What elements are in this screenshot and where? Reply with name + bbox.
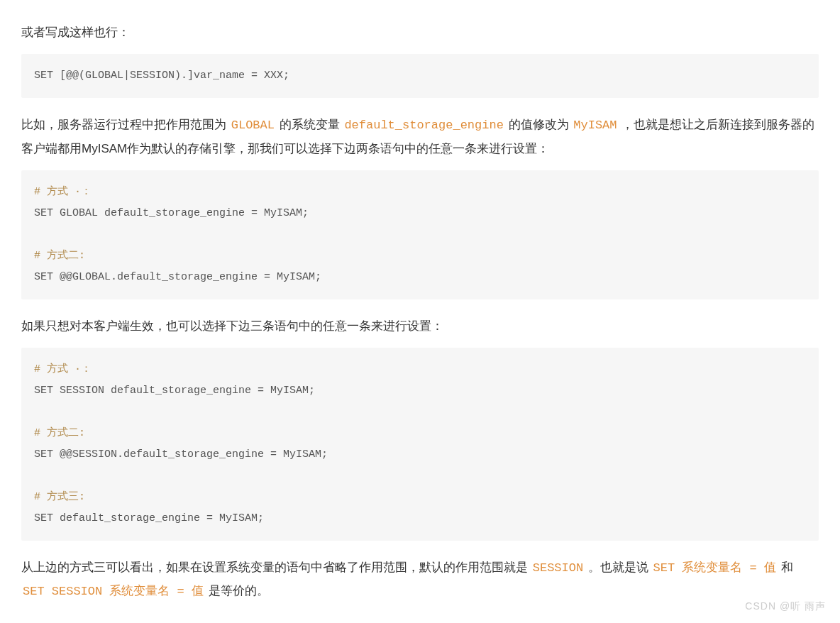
paragraph-global-explain: 比如，服务器运行过程中把作用范围为 GLOBAL 的系统变量 default_s… — [21, 114, 819, 160]
code-line: SET SESSION default_storage_engine = MyI… — [34, 385, 315, 397]
code-comment: # 方式三: — [34, 491, 85, 503]
inline-code-global: GLOBAL — [230, 118, 276, 132]
code-line: SET @@SESSION.default_storage_engine = M… — [34, 448, 328, 461]
code-block-session: # 方式 ·： SET SESSION default_storage_engi… — [21, 348, 819, 541]
text: 比如，服务器运行过程中把作用范围为 — [21, 118, 230, 131]
code-comment: # 方式二: — [34, 250, 85, 262]
code-comment: # 方式 ·： — [34, 186, 92, 198]
text: 的值修改为 — [505, 118, 572, 131]
inline-code-set2: SET SESSION 系统变量名 = 值 — [21, 585, 205, 598]
code-line: SET @@GLOBAL.default_storage_engine = My… — [34, 271, 321, 283]
code-block-global: # 方式 ·： SET GLOBAL default_storage_engin… — [21, 170, 819, 299]
paragraph-intro: 或者写成这样也行： — [21, 21, 819, 44]
code-comment: # 方式 ·： — [34, 363, 92, 375]
text: 的系统变量 — [276, 118, 343, 131]
inline-code-session: SESSION — [531, 561, 585, 575]
text: 是等价的。 — [205, 584, 269, 597]
code-block-syntax: SET [@@(GLOBAL|SESSION).]var_name = XXX; — [21, 54, 819, 98]
code-line: SET [@@(GLOBAL|SESSION).]var_name = XXX; — [34, 70, 289, 82]
code-comment: # 方式二: — [34, 427, 85, 439]
paragraph-conclusion: 从上边的方式三可以看出，如果在设置系统变量的语句中省略了作用范围，默认的作用范围… — [21, 556, 819, 604]
inline-code-set1: SET 系统变量名 = 值 — [652, 561, 778, 575]
inline-code-varname: default_storage_engine — [343, 118, 504, 132]
code-line: SET GLOBAL default_storage_engine = MyIS… — [34, 207, 309, 219]
paragraph-session-intro: 如果只想对本客户端生效，也可以选择下边三条语句中的任意一条来进行设置： — [21, 315, 819, 338]
text: 和 — [778, 561, 793, 574]
code-line: SET default_storage_engine = MyISAM; — [34, 512, 264, 524]
text: 从上边的方式三可以看出，如果在设置系统变量的语句中省略了作用范围，默认的作用范围… — [21, 561, 531, 574]
text: 。也就是说 — [585, 561, 651, 574]
inline-code-myisam: MyISAM — [572, 118, 618, 132]
